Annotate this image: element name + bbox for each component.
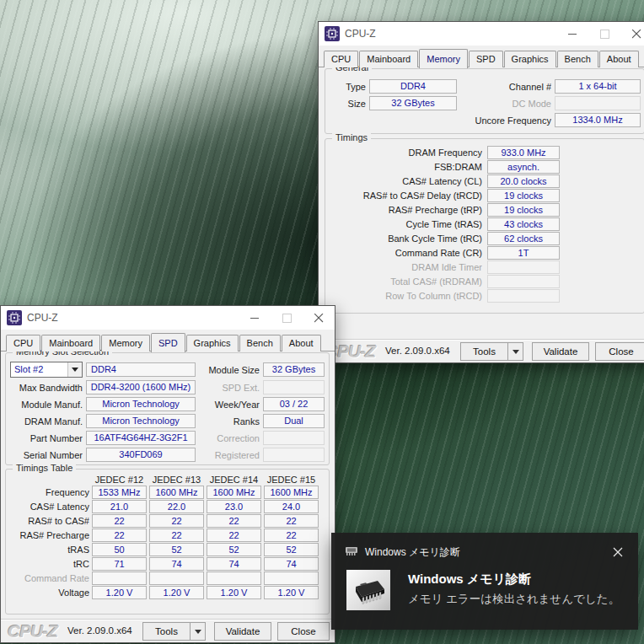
cpuz-logo: CPU-Z: [8, 621, 57, 641]
chevron-down-icon[interactable]: [190, 623, 205, 640]
tab-memory[interactable]: Memory: [101, 335, 150, 352]
table-cell: 22: [264, 529, 319, 542]
tab-mainboard[interactable]: Mainboard: [359, 51, 418, 67]
validate-button[interactable]: Validate: [214, 622, 271, 641]
ranks-value: Dual: [263, 414, 325, 428]
dc-mode-label: DC Mode: [464, 99, 551, 109]
table-cell: [149, 572, 204, 585]
table-cell: 1533 MHz: [92, 486, 147, 499]
table-cell: 1600 MHz: [149, 486, 204, 499]
table-cell: 22: [92, 529, 147, 542]
module-size-label: Module Size: [199, 365, 260, 375]
close-icon[interactable]: [620, 22, 644, 46]
channel-label: Channel #: [464, 82, 551, 92]
tab-graphics[interactable]: Graphics: [504, 51, 556, 67]
tab-mainboard[interactable]: Mainboard: [41, 335, 100, 352]
size-label: Size: [330, 99, 366, 109]
table-cell: 24.0: [264, 500, 319, 513]
titlebar[interactable]: CPU-Z: [319, 22, 644, 46]
table-cell: 22: [207, 514, 261, 528]
spd-ext-label: SPD Ext.: [199, 383, 260, 393]
table-cell: 1.20 V: [207, 586, 261, 599]
tab-about[interactable]: About: [599, 51, 639, 67]
tools-button[interactable]: Tools: [460, 342, 523, 361]
minimize-icon[interactable]: [556, 22, 588, 46]
timing-value: 20.0 clocks: [487, 174, 560, 188]
memory-chip-icon: [345, 545, 358, 560]
timing-label: RAS# to CAS# Delay (tRCD): [327, 191, 482, 201]
max-bandwidth-label: Max Bandwidth: [10, 383, 83, 393]
chevron-down-icon[interactable]: [67, 362, 82, 377]
tab-bench[interactable]: Bench: [239, 335, 281, 352]
close-button[interactable]: Close: [595, 342, 644, 361]
table-cell: 21.0: [92, 500, 147, 513]
ranks-label: Ranks: [199, 416, 260, 427]
timing-value: [487, 275, 560, 288]
minimize-icon[interactable]: [239, 306, 271, 330]
toast-app-name: Windows メモリ診断: [365, 545, 460, 560]
week-year-label: Week/Year: [199, 400, 260, 410]
table-cell: [92, 572, 147, 585]
tab-graphics[interactable]: Graphics: [186, 335, 239, 352]
close-icon[interactable]: [609, 544, 626, 561]
type-label: Type: [330, 82, 366, 92]
table-cell: 50: [92, 543, 147, 556]
table-cell: [207, 572, 261, 585]
channel-value: 1 x 64-bit: [555, 79, 641, 94]
registered-label: Registered: [199, 450, 260, 460]
table-cell: 22: [207, 529, 261, 542]
row-label: Voltage: [10, 588, 89, 598]
week-year-value: 03 / 22: [263, 397, 325, 411]
table-cell: 71: [92, 557, 147, 571]
timing-label: Bank Cycle Time (tRC): [327, 233, 482, 244]
table-cell: 74: [264, 557, 319, 571]
tab-about[interactable]: About: [282, 335, 321, 352]
column-header: JEDEC #12: [92, 475, 147, 485]
timing-value: [487, 260, 560, 274]
chevron-down-icon[interactable]: [507, 343, 523, 360]
tab-spd[interactable]: SPD: [469, 51, 503, 67]
version-text: Ver. 2.09.0.x64: [385, 346, 450, 356]
toast-message: メモリ エラーは検出されませんでした。: [408, 592, 620, 607]
timing-label: Command Rate (CR): [327, 248, 482, 258]
uncore-label: Uncore Frequency: [464, 115, 551, 126]
timing-label: Cycle Time (tRAS): [327, 219, 482, 229]
maximize-icon[interactable]: [271, 306, 303, 330]
table-cell: 22: [149, 529, 204, 542]
timing-value: [487, 289, 560, 303]
row-label: Command Rate: [10, 573, 89, 583]
tab-bench[interactable]: Bench: [557, 51, 598, 67]
window-title: CPU-Z: [27, 312, 58, 324]
tab-spd[interactable]: SPD: [151, 333, 185, 352]
close-icon[interactable]: [303, 306, 335, 330]
close-button[interactable]: Close: [277, 622, 330, 641]
window-title: CPU-Z: [345, 28, 376, 40]
tab-memory[interactable]: Memory: [419, 49, 468, 68]
table-cell: 74: [149, 557, 204, 571]
table-cell: 1600 MHz: [207, 486, 261, 499]
tools-button[interactable]: Tools: [142, 622, 206, 641]
group-legend: Timings: [332, 132, 371, 142]
module-manuf-value: Micron Technology: [86, 397, 196, 411]
serial-number-value: 340FD069: [86, 448, 196, 462]
tools-button-label: Tools: [461, 343, 507, 360]
table-cell: 1600 MHz: [264, 486, 319, 499]
tab-cpu[interactable]: CPU: [6, 335, 40, 352]
dram-manuf-value: Micron Technology: [86, 414, 196, 428]
validate-button[interactable]: Validate: [532, 342, 589, 361]
tab-cpu[interactable]: CPU: [324, 51, 358, 67]
table-cell: 1.20 V: [264, 586, 319, 599]
column-header: JEDEC #15: [264, 475, 319, 485]
toast-title: Windows メモリ診断: [408, 572, 620, 588]
memory-diagnostic-toast[interactable]: Windows メモリ診断: [331, 533, 638, 630]
titlebar[interactable]: CPU-Z: [1, 306, 335, 330]
table-cell: 52: [264, 543, 319, 556]
version-text: Ver. 2.09.0.x64: [67, 625, 132, 636]
maximize-icon[interactable]: [588, 22, 620, 46]
timing-label: RAS# Precharge (tRP): [327, 205, 482, 215]
table-cell: 52: [207, 543, 261, 556]
slot-select-value: Slot #2: [11, 362, 67, 377]
slot-select-dropdown[interactable]: Slot #2: [10, 362, 83, 378]
cpuz-app-icon: [7, 310, 22, 325]
row-label: RAS# to CAS#: [10, 516, 89, 526]
